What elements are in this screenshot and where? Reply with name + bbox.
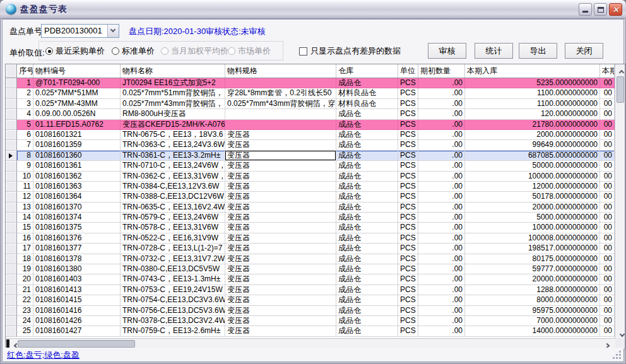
cell-code[interactable]: 01081601359 (33, 140, 121, 150)
cell-code[interactable]: 01081601376 (33, 233, 121, 244)
row-selector[interactable] (6, 244, 17, 254)
table-row[interactable]: 2001081601403TRN-0743-C，EE13-1.3mH±变压器成品… (6, 274, 615, 285)
cell-code[interactable]: 01081601415 (33, 295, 121, 305)
stats-button[interactable]: 统计 (475, 43, 513, 59)
cell-qin[interactable]: 50178.0000000000 (465, 192, 600, 202)
cell-unit[interactable]: PCS (398, 161, 418, 171)
cell-name[interactable]: 0.025*7mm*51mm背胶铜箔， (121, 88, 225, 98)
cell-qx[interactable]: 00 (600, 172, 615, 182)
cell-seq[interactable]: 12 (17, 192, 33, 202)
close-form-button[interactable]: 关闭 (565, 43, 603, 59)
cell-q0[interactable]: .00 (418, 192, 465, 202)
cell-wh[interactable]: 材料良品仓 (336, 99, 398, 109)
cell-unit[interactable]: PCS (398, 192, 418, 202)
column-header-qx[interactable]: 本期 (600, 64, 615, 78)
cell-q0[interactable]: .00 (418, 78, 465, 88)
cell-qx[interactable]: 00 (600, 78, 615, 88)
cell-qin[interactable]: 120.0000000000 (465, 109, 600, 119)
cell-name[interactable]: TRN-0578-C，EE13,31V6W (121, 223, 225, 233)
cell-q0[interactable]: .00 (418, 203, 465, 213)
cell-qin[interactable]: 14000.0000000000 (465, 326, 600, 336)
cell-seq[interactable]: 21 (17, 285, 33, 295)
cell-unit[interactable]: PCS (398, 88, 418, 98)
cell-code[interactable]: 01081601378 (33, 254, 121, 264)
column-header-name[interactable]: 物料名称 (121, 64, 225, 78)
row-selector[interactable] (6, 203, 17, 213)
column-header-wh[interactable]: 仓库 (336, 64, 398, 78)
cell-spec[interactable]: 变压器 (225, 182, 336, 192)
minimize-button[interactable] (579, 3, 592, 16)
cell-unit[interactable]: PCS (398, 326, 418, 336)
cell-q0[interactable]: .00 (418, 120, 465, 130)
cell-spec[interactable]: 变压器 (225, 274, 336, 285)
cell-name[interactable]: 变压器CKEFD15-2MH/K-A076 (121, 120, 225, 130)
cell-q0[interactable]: .00 (418, 172, 465, 182)
cell-spec[interactable] (225, 109, 336, 119)
table-row[interactable]: 2101081601413TRN-0753-C，EE19,24V15W变压器成品… (6, 285, 615, 295)
cell-name[interactable]: TRN-0743-C，EE13-1.3mH± (121, 274, 225, 285)
cell-wh[interactable]: 材料良品仓 (336, 88, 398, 98)
cell-qx[interactable]: 00 (600, 151, 615, 161)
cell-code[interactable]: 01081601361 (33, 161, 121, 171)
cell-qx[interactable]: 00 (600, 161, 615, 171)
column-header-spec[interactable]: 物料规格 (225, 64, 336, 78)
cell-name[interactable]: TRN-0732-C，EE13,31V7.2W (121, 254, 225, 264)
table-row[interactable]: 601081601321TRN-0675-C，EE13，18V3.6变压器成品仓… (6, 130, 615, 140)
cell-wh[interactable]: 成品仓 (336, 182, 398, 192)
cell-qin[interactable]: 5235.0000000000 (465, 78, 600, 88)
cell-qin[interactable]: 2000.0000000000 (465, 130, 600, 140)
cell-wh[interactable]: 成品仓 (336, 233, 398, 244)
cell-name[interactable]: TRN-0759-C，EE13-2.6mH± (121, 326, 225, 336)
column-header-unit[interactable]: 单位 (398, 64, 418, 78)
cell-q0[interactable]: .00 (418, 140, 465, 150)
cell-qx[interactable]: 00 (600, 203, 615, 213)
cell-qin[interactable]: 8000.0000000000 (465, 295, 600, 305)
row-selector[interactable] (6, 109, 17, 119)
cell-wh[interactable]: 成品仓 (336, 120, 398, 130)
row-selector[interactable] (6, 120, 17, 130)
column-header-qin[interactable]: 本期入库 (465, 64, 600, 78)
cell-code[interactable]: 0.09.00.00.0526N (33, 109, 121, 119)
cell-unit[interactable]: PCS (398, 264, 418, 274)
selector-corner-cell[interactable] (6, 64, 17, 78)
cell-seq[interactable]: 15 (17, 223, 33, 233)
cell-spec[interactable]: 变压器 (225, 306, 336, 316)
cell-unit[interactable]: PCS (398, 172, 418, 182)
cell-qx[interactable]: 00 (600, 254, 615, 264)
cell-name[interactable]: TRN-0579-C，EE13,24V6W (121, 213, 225, 223)
row-selector[interactable] (6, 306, 17, 316)
cell-q0[interactable]: .00 (418, 285, 465, 295)
cell-qin[interactable]: 100008.0000000000 (465, 233, 600, 244)
cell-q0[interactable]: .00 (418, 244, 465, 254)
cell-name[interactable]: 0.025*7mm*43mm背胶铜箔， (121, 99, 225, 109)
cell-seq[interactable]: 5 (17, 120, 33, 130)
cell-seq[interactable]: 2 (17, 88, 33, 98)
cell-q0[interactable]: .00 (418, 161, 465, 171)
cell-code[interactable]: 01.11.EFD15.A0762 (33, 120, 121, 130)
cell-spec[interactable]: 变压器 (225, 254, 336, 264)
cell-qx[interactable]: 00 (600, 192, 615, 202)
cell-unit[interactable]: PCS (398, 78, 418, 88)
resize-grip[interactable] (613, 351, 621, 359)
cell-name[interactable]: TRN-0635-C，EE13,16V2.4W (121, 203, 225, 213)
column-header-seq[interactable]: 序号 (17, 64, 33, 78)
cell-name[interactable]: TRN-0361-C，EE13-3.2mH± (121, 151, 225, 161)
cell-name[interactable]: TRN-0362-C，EE13,31V6W， (121, 172, 225, 182)
cell-seq[interactable]: 23 (17, 306, 33, 316)
cell-code[interactable]: 01081601363 (33, 182, 121, 192)
row-selector[interactable] (6, 78, 17, 88)
cell-wh[interactable]: 成品仓 (336, 264, 398, 274)
cell-unit[interactable]: PCS (398, 213, 418, 223)
cell-name[interactable]: TRN-0675-C，EE13，18V3.6 (121, 130, 225, 140)
cell-q0[interactable]: .00 (418, 306, 465, 316)
cell-unit[interactable]: PCS (398, 151, 418, 161)
cell-q0[interactable]: .00 (418, 264, 465, 274)
cell-qin[interactable]: 21780.0000000000 (465, 120, 600, 130)
cell-unit[interactable]: PCS (398, 120, 418, 130)
row-selector[interactable] (6, 285, 17, 295)
cell-wh[interactable]: 成品仓 (336, 109, 398, 119)
column-header-code[interactable]: 物料编号 (33, 64, 121, 78)
table-row[interactable]: 1601081601376TRN-0522-C，EE16,31V9W变压器成品仓… (6, 233, 615, 244)
cell-unit[interactable]: PCS (398, 203, 418, 213)
cell-wh[interactable]: 成品仓 (336, 326, 398, 336)
